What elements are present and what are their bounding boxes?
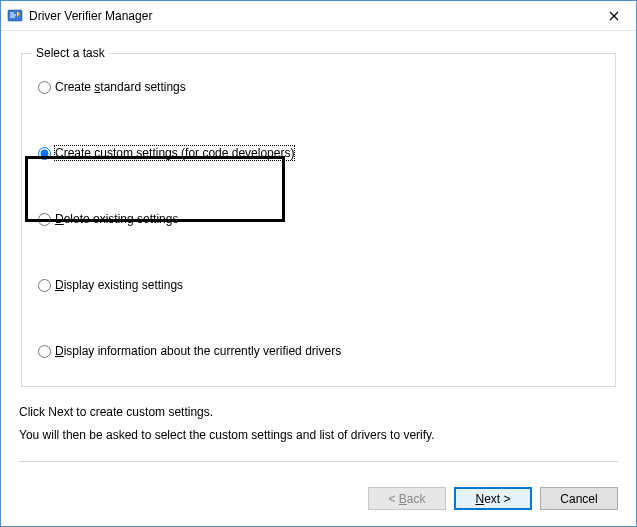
close-button[interactable] (591, 1, 636, 31)
groupbox-legend: Select a task (32, 46, 109, 60)
task-groupbox: Select a task Create standard settings C… (21, 53, 616, 387)
radio-create-custom[interactable]: Create custom settings (for code develop… (38, 144, 599, 162)
radio-input-standard[interactable] (38, 81, 51, 94)
radio-delete[interactable]: Delete existing settings (38, 210, 599, 228)
radio-label-display: Display existing settings (55, 278, 183, 292)
cancel-button[interactable]: Cancel (540, 487, 618, 510)
dialog-body: Select a task Create standard settings C… (1, 31, 636, 475)
wizard-button-row: < Back Next > Cancel (1, 475, 636, 526)
radio-input-delete[interactable] (38, 213, 51, 226)
instruction-line-2: You will then be asked to select the cus… (19, 424, 618, 447)
next-button[interactable]: Next > (454, 487, 532, 510)
app-icon (7, 8, 23, 24)
radio-input-info[interactable] (38, 345, 51, 358)
dialog-window: Driver Verifier Manager Select a task Cr… (0, 0, 637, 527)
radio-label-info: Display information about the currently … (55, 344, 341, 358)
radio-display[interactable]: Display existing settings (38, 276, 599, 294)
radio-label-custom: Create custom settings (for code develop… (55, 146, 294, 160)
instruction-line-1: Click Next to create custom settings. (19, 401, 618, 424)
titlebar: Driver Verifier Manager (1, 1, 636, 31)
radio-label-delete: Delete existing settings (55, 212, 178, 226)
radio-input-display[interactable] (38, 279, 51, 292)
instruction-area: Click Next to create custom settings. Yo… (19, 401, 618, 447)
radio-create-standard[interactable]: Create standard settings (38, 78, 599, 96)
close-icon (609, 11, 619, 21)
back-button: < Back (368, 487, 446, 510)
radio-info[interactable]: Display information about the currently … (38, 342, 599, 360)
radio-label-standard: Create standard settings (55, 80, 186, 94)
separator (19, 461, 618, 462)
radio-input-custom[interactable] (38, 147, 51, 160)
window-title: Driver Verifier Manager (29, 9, 591, 23)
